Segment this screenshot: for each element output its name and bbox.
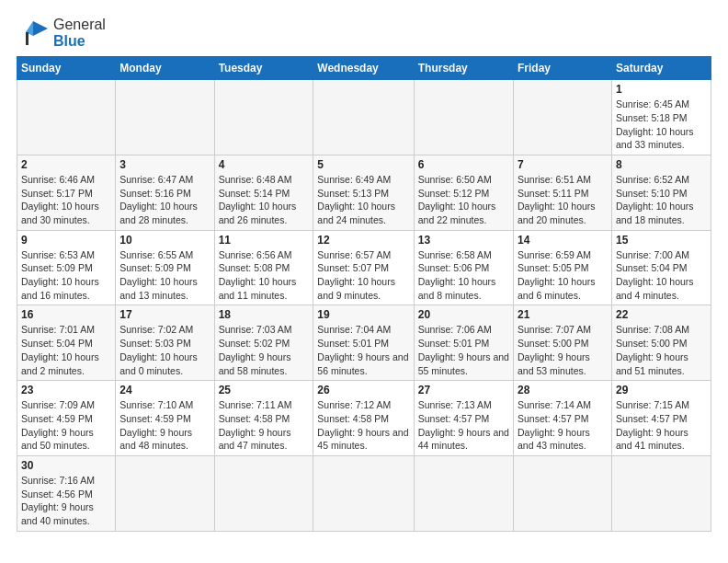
day-info: Sunrise: 7:12 AM Sunset: 4:58 PM Dayligh… (317, 398, 409, 453)
day-info: Sunrise: 7:07 AM Sunset: 5:00 PM Dayligh… (518, 323, 608, 377)
day-cell: 4Sunrise: 6:48 AM Sunset: 5:14 PM Daylig… (214, 155, 313, 230)
day-cell: 15Sunrise: 7:00 AM Sunset: 5:04 PM Dayli… (611, 230, 711, 305)
day-cell (17, 80, 116, 155)
day-cell: 27Sunrise: 7:13 AM Sunset: 4:57 PM Dayli… (414, 381, 513, 456)
week-row-6: 30Sunrise: 7:16 AM Sunset: 4:56 PM Dayli… (17, 455, 711, 531)
day-cell: 13Sunrise: 6:58 AM Sunset: 5:06 PM Dayli… (414, 230, 513, 305)
day-info: Sunrise: 6:53 AM Sunset: 5:09 PM Dayligh… (21, 248, 111, 303)
weekday-friday: Friday (513, 57, 611, 80)
day-info: Sunrise: 7:04 AM Sunset: 5:01 PM Dayligh… (317, 323, 409, 377)
week-row-5: 23Sunrise: 7:09 AM Sunset: 4:59 PM Dayli… (17, 381, 711, 456)
weekday-saturday: Saturday (611, 57, 711, 80)
day-cell: 17Sunrise: 7:02 AM Sunset: 5:03 PM Dayli… (116, 305, 214, 381)
day-cell: 29Sunrise: 7:15 AM Sunset: 4:57 PM Dayli… (611, 381, 711, 456)
day-cell (214, 80, 313, 155)
day-number: 25 (219, 384, 310, 396)
weekday-thursday: Thursday (414, 57, 513, 80)
day-number: 4 (219, 158, 310, 171)
day-cell: 7Sunrise: 6:51 AM Sunset: 5:11 PM Daylig… (513, 155, 611, 230)
day-info: Sunrise: 7:09 AM Sunset: 4:59 PM Dayligh… (21, 398, 111, 453)
day-info: Sunrise: 7:13 AM Sunset: 4:57 PM Dayligh… (418, 398, 509, 453)
day-info: Sunrise: 6:49 AM Sunset: 5:13 PM Dayligh… (317, 173, 409, 227)
day-cell (116, 455, 214, 531)
day-number: 2 (21, 158, 111, 171)
day-cell: 3Sunrise: 6:47 AM Sunset: 5:16 PM Daylig… (116, 155, 214, 230)
day-number: 27 (418, 384, 509, 396)
day-number: 3 (119, 158, 210, 171)
day-number: 18 (219, 308, 310, 321)
day-cell: 30Sunrise: 7:16 AM Sunset: 4:56 PM Dayli… (17, 455, 116, 531)
day-number: 23 (21, 384, 111, 396)
day-info: Sunrise: 6:59 AM Sunset: 5:05 PM Dayligh… (518, 248, 608, 303)
day-cell: 16Sunrise: 7:01 AM Sunset: 5:04 PM Dayli… (17, 305, 116, 381)
svg-rect-3 (26, 32, 28, 45)
day-info: Sunrise: 6:52 AM Sunset: 5:10 PM Dayligh… (616, 173, 707, 227)
day-number: 20 (418, 308, 509, 321)
day-cell (611, 455, 711, 531)
day-info: Sunrise: 6:51 AM Sunset: 5:11 PM Dayligh… (518, 173, 608, 227)
day-number: 11 (219, 234, 310, 247)
day-number: 15 (616, 234, 707, 247)
day-info: Sunrise: 7:06 AM Sunset: 5:01 PM Dayligh… (418, 323, 509, 377)
day-cell: 20Sunrise: 7:06 AM Sunset: 5:01 PM Dayli… (414, 305, 513, 381)
day-number: 24 (119, 384, 210, 396)
day-info: Sunrise: 7:10 AM Sunset: 4:59 PM Dayligh… (119, 398, 210, 453)
weekday-monday: Monday (116, 57, 214, 80)
day-info: Sunrise: 6:55 AM Sunset: 5:09 PM Dayligh… (119, 248, 210, 303)
day-info: Sunrise: 6:57 AM Sunset: 5:07 PM Dayligh… (317, 248, 409, 303)
day-cell (214, 455, 313, 531)
day-cell: 2Sunrise: 6:46 AM Sunset: 5:17 PM Daylig… (17, 155, 116, 230)
day-number: 30 (21, 459, 111, 472)
day-cell (414, 80, 513, 155)
day-cell (313, 455, 414, 531)
day-cell: 21Sunrise: 7:07 AM Sunset: 5:00 PM Dayli… (513, 305, 611, 381)
day-cell: 23Sunrise: 7:09 AM Sunset: 4:59 PM Dayli… (17, 381, 116, 456)
day-cell (116, 80, 214, 155)
day-cell: 5Sunrise: 6:49 AM Sunset: 5:13 PM Daylig… (313, 155, 414, 230)
day-info: Sunrise: 7:00 AM Sunset: 5:04 PM Dayligh… (616, 248, 707, 303)
day-info: Sunrise: 7:14 AM Sunset: 4:57 PM Dayligh… (518, 398, 608, 453)
day-cell: 25Sunrise: 7:11 AM Sunset: 4:58 PM Dayli… (214, 381, 313, 456)
day-cell: 26Sunrise: 7:12 AM Sunset: 4:58 PM Dayli… (313, 381, 414, 456)
day-info: Sunrise: 7:16 AM Sunset: 4:56 PM Dayligh… (21, 474, 111, 528)
day-cell: 19Sunrise: 7:04 AM Sunset: 5:01 PM Dayli… (313, 305, 414, 381)
weekday-wednesday: Wednesday (313, 57, 414, 80)
day-cell: 18Sunrise: 7:03 AM Sunset: 5:02 PM Dayli… (214, 305, 313, 381)
day-cell: 8Sunrise: 6:52 AM Sunset: 5:10 PM Daylig… (611, 155, 711, 230)
day-info: Sunrise: 7:08 AM Sunset: 5:00 PM Dayligh… (616, 323, 707, 377)
day-info: Sunrise: 6:47 AM Sunset: 5:16 PM Dayligh… (119, 173, 210, 227)
day-cell: 1Sunrise: 6:45 AM Sunset: 5:18 PM Daylig… (611, 80, 711, 155)
weekday-header-row: SundayMondayTuesdayWednesdayThursdayFrid… (17, 57, 711, 80)
day-cell: 14Sunrise: 6:59 AM Sunset: 5:05 PM Dayli… (513, 230, 611, 305)
day-cell (414, 455, 513, 531)
day-info: Sunrise: 6:45 AM Sunset: 5:18 PM Dayligh… (616, 98, 707, 152)
day-info: Sunrise: 7:03 AM Sunset: 5:02 PM Dayligh… (219, 323, 310, 377)
day-cell: 10Sunrise: 6:55 AM Sunset: 5:09 PM Dayli… (116, 230, 214, 305)
day-number: 13 (418, 234, 509, 247)
calendar-page: General Blue SundayMondayTuesdayWednesda… (0, 0, 728, 563)
day-info: Sunrise: 6:50 AM Sunset: 5:12 PM Dayligh… (418, 173, 509, 227)
day-info: Sunrise: 7:15 AM Sunset: 4:57 PM Dayligh… (616, 398, 707, 453)
day-info: Sunrise: 7:11 AM Sunset: 4:58 PM Dayligh… (219, 398, 310, 453)
day-cell: 24Sunrise: 7:10 AM Sunset: 4:59 PM Dayli… (116, 381, 214, 456)
day-number: 19 (317, 308, 409, 321)
day-number: 1 (616, 83, 707, 96)
day-number: 26 (317, 384, 409, 396)
day-cell (313, 80, 414, 155)
day-number: 21 (518, 308, 608, 321)
logo-text: General Blue (53, 17, 106, 49)
day-number: 16 (21, 308, 111, 321)
day-cell: 22Sunrise: 7:08 AM Sunset: 5:00 PM Dayli… (611, 305, 711, 381)
day-number: 7 (518, 158, 608, 171)
day-number: 10 (119, 234, 210, 247)
day-number: 14 (518, 234, 608, 247)
day-cell: 11Sunrise: 6:56 AM Sunset: 5:08 PM Dayli… (214, 230, 313, 305)
day-number: 8 (616, 158, 707, 171)
day-info: Sunrise: 6:58 AM Sunset: 5:06 PM Dayligh… (418, 248, 509, 303)
weekday-sunday: Sunday (17, 57, 116, 80)
day-number: 17 (119, 308, 210, 321)
week-row-2: 2Sunrise: 6:46 AM Sunset: 5:17 PM Daylig… (17, 155, 711, 230)
week-row-1: 1Sunrise: 6:45 AM Sunset: 5:18 PM Daylig… (17, 80, 711, 155)
day-number: 6 (418, 158, 509, 171)
day-number: 22 (616, 308, 707, 321)
